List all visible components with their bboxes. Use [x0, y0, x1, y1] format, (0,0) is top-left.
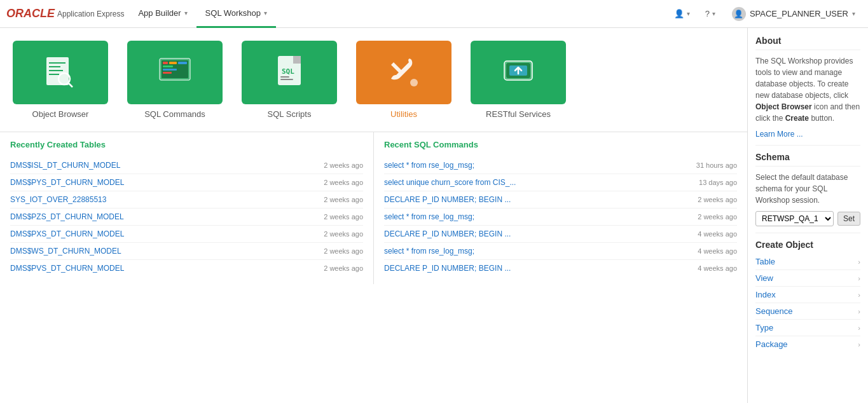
- about-bold: Object Browser: [755, 102, 812, 111]
- nav-app-builder-chevron: ▾: [184, 10, 188, 17]
- table-row-time-4: 2 weeks ago: [324, 230, 363, 238]
- tile-icon-utilities: [356, 41, 451, 104]
- table-row: DMS$ISL_DT_CHURN_MODEL 2 weeks ago: [10, 157, 363, 174]
- recent-sql-col: Recent SQL Commands select * from rse_lo…: [374, 132, 747, 284]
- tile-restful-services[interactable]: RESTful Services: [471, 41, 566, 119]
- main-container: Object Browser SQL Command: [0, 28, 868, 403]
- create-view-chevron: ›: [858, 275, 860, 282]
- schema-select-row: RETWSP_QA_1 Set: [755, 211, 860, 226]
- svg-rect-14: [163, 72, 172, 74]
- svg-rect-11: [178, 62, 187, 64]
- table-row-link-4[interactable]: DMS$PXS_DT_CHURN_MODEL: [10, 229, 124, 238]
- table-row: DMS$PZS_DT_CHURN_MODEL 2 weeks ago: [10, 208, 363, 226]
- sql-row: DECLARE P_ID NUMBER; BEGIN ... 2 weeks a…: [384, 191, 737, 208]
- svg-rect-18: [280, 76, 289, 78]
- create-table-link[interactable]: Table: [755, 257, 775, 266]
- sql-scripts-svg: SQL: [270, 53, 308, 92]
- svg-point-20: [410, 79, 418, 86]
- recently-created-prefix: Recently Created: [10, 140, 80, 149]
- tile-icon-object-browser: [13, 41, 108, 104]
- svg-rect-19: [280, 79, 293, 80]
- profile-icon: 👤: [674, 9, 684, 18]
- learn-more-link[interactable]: Learn More ...: [755, 130, 803, 139]
- create-sequence-chevron: ›: [858, 308, 860, 315]
- table-row-link-0[interactable]: DMS$ISL_DT_CHURN_MODEL: [10, 161, 120, 170]
- about-text-3: button.: [809, 114, 834, 123]
- create-view-row[interactable]: View ›: [755, 270, 860, 287]
- create-table-row[interactable]: Table ›: [755, 254, 860, 270]
- oracle-wordmark: ORACLE: [6, 7, 55, 20]
- create-sequence-row[interactable]: Sequence ›: [755, 303, 860, 320]
- table-row: DMS$PYS_DT_CHURN_MODEL 2 weeks ago: [10, 174, 363, 191]
- tile-utilities[interactable]: Utilities: [356, 41, 451, 119]
- table-row: DMS$WS_DT_CHURN_MODEL 2 weeks ago: [10, 243, 363, 260]
- sql-row-time-2: 2 weeks ago: [698, 196, 737, 203]
- sql-row-link-6[interactable]: DECLARE P_ID NUMBER; BEGIN ...: [384, 264, 511, 273]
- tile-icon-restful-services: [471, 41, 566, 104]
- create-index-chevron: ›: [858, 291, 860, 299]
- sql-row-link-1[interactable]: select unique churn_score from CIS_...: [384, 178, 516, 187]
- nav-sql-workshop[interactable]: SQL Workshop ▾: [196, 0, 276, 28]
- sql-row-link-3[interactable]: select * from rse_log_msg;: [384, 212, 474, 221]
- panel-divider-1: [755, 145, 860, 146]
- recent-sql-prefix: Recent: [384, 140, 414, 149]
- create-sequence-link[interactable]: Sequence: [755, 306, 793, 316]
- create-type-row[interactable]: Type ›: [755, 320, 860, 336]
- nav-sql-workshop-label: SQL Workshop: [205, 8, 261, 18]
- set-button[interactable]: Set: [837, 212, 860, 226]
- username-label: SPACE_PLANNER_USER: [750, 9, 848, 18]
- create-package-link[interactable]: Package: [755, 339, 788, 349]
- table-row-link-6[interactable]: DMS$PVS_DT_CHURN_MODEL: [10, 264, 124, 273]
- nav-app-builder[interactable]: App Builder ▾: [129, 0, 196, 28]
- tile-object-browser[interactable]: Object Browser: [13, 41, 108, 119]
- table-row-time-5: 2 weeks ago: [324, 247, 363, 255]
- table-row-time-2: 2 weeks ago: [324, 196, 363, 203]
- help-button[interactable]: ? ▾: [700, 6, 720, 21]
- tile-label-utilities: Utilities: [390, 109, 417, 119]
- create-index-link[interactable]: Index: [755, 290, 776, 299]
- svg-rect-9: [163, 62, 168, 64]
- help-icon: ?: [705, 9, 710, 18]
- sql-row: select * from rse_log_msg; 2 weeks ago: [384, 208, 737, 226]
- table-row: SYS_IOT_OVER_22885513 2 weeks ago: [10, 191, 363, 208]
- tile-label-sql-scripts: SQL Scripts: [268, 109, 312, 119]
- sql-row: DECLARE P_ID NUMBER; BEGIN ... 4 weeks a…: [384, 260, 737, 277]
- user-menu-chevron: ▾: [852, 10, 855, 17]
- help-chevron: ▾: [712, 10, 715, 17]
- create-index-row[interactable]: Index ›: [755, 287, 860, 303]
- user-menu-button[interactable]: 👤 SPACE_PLANNER_USER ▾: [726, 4, 862, 24]
- right-panel: About The SQL Workshop provides tools to…: [747, 28, 868, 403]
- create-type-link[interactable]: Type: [755, 323, 773, 332]
- about-title: About: [755, 36, 860, 50]
- schema-select[interactable]: RETWSP_QA_1: [755, 211, 834, 226]
- table-row-link-5[interactable]: DMS$WS_DT_CHURN_MODEL: [10, 247, 121, 256]
- tile-sql-commands[interactable]: SQL Commands: [127, 41, 223, 119]
- sql-row-time-0: 31 hours ago: [696, 161, 737, 169]
- svg-line-6: [69, 83, 72, 87]
- sql-row: select * from rse_log_msg; 4 weeks ago: [384, 243, 737, 260]
- table-row-link-1[interactable]: DMS$PYS_DT_CHURN_MODEL: [10, 178, 124, 187]
- sql-row-link-4[interactable]: DECLARE P_ID NUMBER; BEGIN ...: [384, 229, 511, 238]
- profile-button[interactable]: 👤 ▾: [669, 6, 695, 21]
- sql-row-link-2[interactable]: DECLARE P_ID NUMBER; BEGIN ...: [384, 195, 511, 204]
- header: ORACLE Application Express App Builder ▾…: [0, 0, 868, 28]
- create-package-row[interactable]: Package ›: [755, 336, 860, 352]
- apex-product-name: Application Express: [57, 10, 124, 18]
- recently-created-heading: Recently Created Tables: [10, 140, 363, 149]
- restful-services-svg: [499, 53, 537, 92]
- utilities-svg: [385, 53, 423, 92]
- object-browser-svg: [41, 53, 79, 92]
- create-package-chevron: ›: [858, 341, 860, 348]
- about-bold2: Create: [785, 114, 809, 123]
- sql-row-link-0[interactable]: select * from rse_log_msg;: [384, 161, 474, 170]
- table-row-link-2[interactable]: SYS_IOT_OVER_22885513: [10, 195, 106, 204]
- content-area: Object Browser SQL Command: [0, 28, 747, 403]
- sql-row-link-5[interactable]: select * from rse_log_msg;: [384, 247, 474, 256]
- create-object-title: Create Object: [755, 240, 860, 250]
- table-row-link-3[interactable]: DMS$PZS_DT_CHURN_MODEL: [10, 212, 124, 221]
- nav-app-builder-label: App Builder: [138, 8, 181, 18]
- tile-label-restful-services: RESTful Services: [486, 109, 551, 119]
- sql-row-time-6: 4 weeks ago: [698, 264, 737, 272]
- tile-sql-scripts[interactable]: SQL SQL Scripts: [242, 41, 337, 119]
- create-view-link[interactable]: View: [755, 273, 773, 283]
